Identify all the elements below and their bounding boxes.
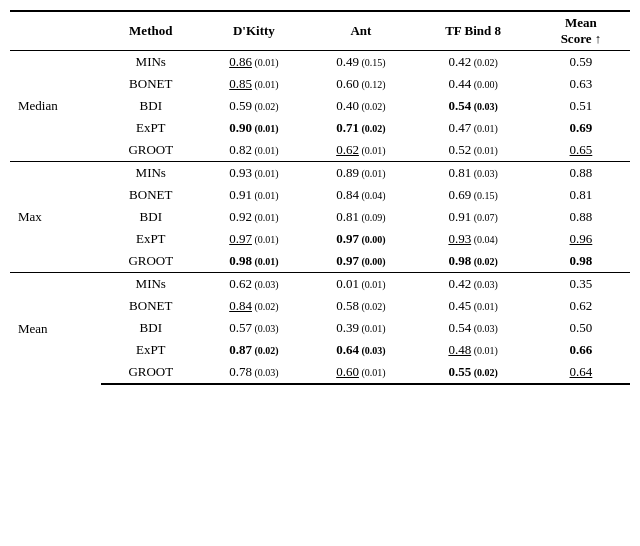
- col-group: [10, 11, 101, 51]
- ant-value: 0.97: [336, 253, 359, 268]
- dkitty-std: (0.01): [252, 190, 279, 201]
- tfbind-value: 0.91: [448, 209, 471, 224]
- group-label: Mean: [10, 273, 101, 385]
- mean-cell: 0.65: [532, 139, 630, 162]
- tfbind-value: 0.48: [448, 342, 471, 357]
- tfbind-cell: 0.93 (0.04): [414, 228, 532, 250]
- ant-std: (0.02): [359, 123, 386, 134]
- tfbind-value: 0.81: [448, 165, 471, 180]
- ant-cell: 0.89 (0.01): [307, 162, 414, 185]
- table-row: ExPT0.87 (0.02)0.64 (0.03)0.48 (0.01)0.6…: [10, 339, 630, 361]
- mean-value: 0.81: [570, 187, 593, 202]
- dkitty-std: (0.03): [252, 367, 279, 378]
- mean-cell: 0.50: [532, 317, 630, 339]
- tfbind-value: 0.52: [448, 142, 471, 157]
- tfbind-std: (0.03): [471, 279, 498, 290]
- ant-std: (0.01): [359, 168, 386, 179]
- group-label: Max: [10, 162, 101, 273]
- method-cell: BDI: [101, 206, 200, 228]
- mean-cell: 0.51: [532, 95, 630, 117]
- mean-cell: 0.63: [532, 73, 630, 95]
- dkitty-cell: 0.91 (0.01): [200, 184, 307, 206]
- dkitty-std: (0.01): [252, 145, 279, 156]
- method-cell: GROOT: [101, 361, 200, 384]
- ant-std: (0.00): [359, 256, 386, 267]
- ant-cell: 0.49 (0.15): [307, 51, 414, 74]
- tfbind-std: (0.02): [471, 256, 498, 267]
- table-row: BDI0.57 (0.03)0.39 (0.01)0.54 (0.03)0.50: [10, 317, 630, 339]
- ant-value: 0.39: [336, 320, 359, 335]
- tfbind-value: 0.45: [448, 298, 471, 313]
- dkitty-value: 0.86: [229, 54, 252, 69]
- ant-value: 0.40: [336, 98, 359, 113]
- ant-cell: 0.71 (0.02): [307, 117, 414, 139]
- mean-value: 0.63: [570, 76, 593, 91]
- dkitty-cell: 0.57 (0.03): [200, 317, 307, 339]
- tfbind-std: (0.03): [471, 323, 498, 334]
- mean-cell: 0.88: [532, 162, 630, 185]
- dkitty-std: (0.02): [252, 301, 279, 312]
- tfbind-cell: 0.54 (0.03): [414, 95, 532, 117]
- mean-value: 0.51: [570, 98, 593, 113]
- mean-value: 0.65: [570, 142, 593, 157]
- tfbind-std: (0.02): [471, 367, 498, 378]
- ant-value: 0.58: [336, 298, 359, 313]
- mean-value: 0.59: [570, 54, 593, 69]
- dkitty-cell: 0.85 (0.01): [200, 73, 307, 95]
- ant-std: (0.02): [359, 101, 386, 112]
- tfbind-cell: 0.55 (0.02): [414, 361, 532, 384]
- ant-value: 0.84: [336, 187, 359, 202]
- mean-value: 0.69: [570, 120, 593, 135]
- dkitty-value: 0.82: [229, 142, 252, 157]
- table-row: BDI0.92 (0.01)0.81 (0.09)0.91 (0.07)0.88: [10, 206, 630, 228]
- ant-cell: 0.84 (0.04): [307, 184, 414, 206]
- method-cell: MINs: [101, 162, 200, 185]
- ant-std: (0.02): [359, 301, 386, 312]
- dkitty-std: (0.01): [252, 256, 279, 267]
- mean-value: 0.64: [570, 364, 593, 379]
- method-cell: BDI: [101, 317, 200, 339]
- tfbind-std: (0.15): [471, 190, 498, 201]
- tfbind-std: (0.04): [471, 234, 498, 245]
- table-row: ExPT0.97 (0.01)0.97 (0.00)0.93 (0.04)0.9…: [10, 228, 630, 250]
- tfbind-cell: 0.69 (0.15): [414, 184, 532, 206]
- mean-value: 0.62: [570, 298, 593, 313]
- mean-value: 0.66: [570, 342, 593, 357]
- table-row: GROOT0.82 (0.01)0.62 (0.01)0.52 (0.01)0.…: [10, 139, 630, 162]
- ant-std: (0.00): [359, 234, 386, 245]
- dkitty-value: 0.59: [229, 98, 252, 113]
- dkitty-std: (0.02): [252, 345, 279, 356]
- mean-value: 0.35: [570, 276, 593, 291]
- dkitty-std: (0.01): [252, 57, 279, 68]
- tfbind-std: (0.01): [471, 301, 498, 312]
- tfbind-cell: 0.54 (0.03): [414, 317, 532, 339]
- ant-std: (0.12): [359, 79, 386, 90]
- tfbind-value: 0.55: [448, 364, 471, 379]
- table-row: GROOT0.78 (0.03)0.60 (0.01)0.55 (0.02)0.…: [10, 361, 630, 384]
- tfbind-cell: 0.52 (0.01): [414, 139, 532, 162]
- tfbind-cell: 0.45 (0.01): [414, 295, 532, 317]
- mean-cell: 0.62: [532, 295, 630, 317]
- method-cell: ExPT: [101, 228, 200, 250]
- table-row: MeanMINs0.62 (0.03)0.01 (0.01)0.42 (0.03…: [10, 273, 630, 296]
- table-row: MaxMINs0.93 (0.01)0.89 (0.01)0.81 (0.03)…: [10, 162, 630, 185]
- col-tfbind: TF Bind 8: [414, 11, 532, 51]
- mean-value: 0.98: [570, 253, 593, 268]
- method-cell: BONET: [101, 184, 200, 206]
- table-row: ExPT0.90 (0.01)0.71 (0.02)0.47 (0.01)0.6…: [10, 117, 630, 139]
- dkitty-std: (0.03): [252, 323, 279, 334]
- results-table: Method D'Kitty Ant TF Bind 8 MeanScore ↑…: [10, 10, 630, 385]
- ant-std: (0.04): [359, 190, 386, 201]
- mean-value: 0.88: [570, 209, 593, 224]
- dkitty-std: (0.01): [252, 234, 279, 245]
- col-method: Method: [101, 11, 200, 51]
- ant-cell: 0.58 (0.02): [307, 295, 414, 317]
- tfbind-std: (0.07): [471, 212, 498, 223]
- table-header: Method D'Kitty Ant TF Bind 8 MeanScore ↑: [10, 11, 630, 51]
- ant-std: (0.03): [359, 345, 386, 356]
- method-cell: BDI: [101, 95, 200, 117]
- ant-value: 0.62: [336, 142, 359, 157]
- tfbind-value: 0.42: [448, 276, 471, 291]
- table-row: BONET0.84 (0.02)0.58 (0.02)0.45 (0.01)0.…: [10, 295, 630, 317]
- ant-value: 0.71: [336, 120, 359, 135]
